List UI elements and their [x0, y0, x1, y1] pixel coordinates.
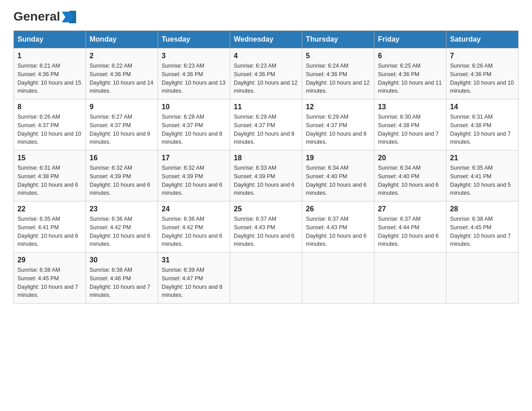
day-number: 25 — [234, 205, 298, 213]
calendar-day-cell: 24 Sunrise: 6:36 AMSunset: 4:42 PMDaylig… — [158, 201, 230, 253]
day-of-week-header: Tuesday — [158, 31, 230, 48]
day-of-week-header: Thursday — [302, 31, 374, 48]
day-number: 23 — [90, 205, 154, 213]
day-number: 6 — [378, 52, 442, 60]
day-info: Sunrise: 6:23 AMSunset: 4:36 PMDaylight:… — [162, 63, 225, 94]
day-number: 18 — [234, 154, 298, 162]
day-info: Sunrise: 6:23 AMSunset: 4:36 PMDaylight:… — [234, 63, 297, 94]
calendar-week-row: 15 Sunrise: 6:31 AMSunset: 4:38 PMDaylig… — [14, 150, 519, 201]
day-of-week-header: Wednesday — [230, 31, 302, 48]
day-number: 31 — [162, 256, 226, 264]
day-number: 19 — [306, 154, 370, 162]
calendar-week-row: 1 Sunrise: 6:21 AMSunset: 4:36 PMDayligh… — [14, 48, 519, 99]
calendar-day-cell: 22 Sunrise: 6:35 AMSunset: 4:41 PMDaylig… — [14, 201, 86, 253]
day-info: Sunrise: 6:30 AMSunset: 4:38 PMDaylight:… — [378, 114, 439, 145]
calendar-week-row: 29 Sunrise: 6:38 AMSunset: 4:45 PMDaylig… — [14, 253, 519, 304]
day-number: 7 — [450, 52, 515, 60]
calendar-day-cell: 20 Sunrise: 6:34 AMSunset: 4:40 PMDaylig… — [374, 150, 446, 201]
calendar-day-cell — [374, 253, 446, 304]
day-info: Sunrise: 6:29 AMSunset: 4:37 PMDaylight:… — [306, 114, 367, 145]
logo-general-text: General — [13, 9, 60, 24]
day-info: Sunrise: 6:31 AMSunset: 4:38 PMDaylight:… — [450, 114, 511, 145]
calendar-day-cell: 1 Sunrise: 6:21 AMSunset: 4:36 PMDayligh… — [14, 48, 86, 99]
day-info: Sunrise: 6:25 AMSunset: 4:36 PMDaylight:… — [378, 63, 442, 94]
day-info: Sunrise: 6:22 AMSunset: 4:36 PMDaylight:… — [90, 63, 153, 94]
calendar-day-cell: 28 Sunrise: 6:38 AMSunset: 4:45 PMDaylig… — [446, 201, 519, 253]
day-number: 1 — [17, 52, 82, 60]
calendar-day-cell: 8 Sunrise: 6:26 AMSunset: 4:37 PMDayligh… — [14, 99, 86, 150]
day-info: Sunrise: 6:26 AMSunset: 4:37 PMDaylight:… — [17, 114, 81, 145]
calendar-day-cell: 2 Sunrise: 6:22 AMSunset: 4:36 PMDayligh… — [86, 48, 158, 99]
day-number: 4 — [234, 52, 298, 60]
day-info: Sunrise: 6:37 AMSunset: 4:44 PMDaylight:… — [378, 216, 439, 247]
day-number: 11 — [234, 103, 298, 111]
day-info: Sunrise: 6:28 AMSunset: 4:37 PMDaylight:… — [162, 114, 223, 145]
day-number: 5 — [306, 52, 370, 60]
calendar-header-row: SundayMondayTuesdayWednesdayThursdayFrid… — [14, 31, 519, 48]
day-number: 29 — [17, 256, 82, 264]
calendar-day-cell: 21 Sunrise: 6:35 AMSunset: 4:41 PMDaylig… — [446, 150, 519, 201]
day-info: Sunrise: 6:32 AMSunset: 4:39 PMDaylight:… — [162, 165, 223, 196]
day-info: Sunrise: 6:27 AMSunset: 4:37 PMDaylight:… — [90, 114, 150, 145]
calendar-day-cell — [302, 253, 374, 304]
day-number: 24 — [162, 205, 226, 213]
calendar-day-cell: 6 Sunrise: 6:25 AMSunset: 4:36 PMDayligh… — [374, 48, 446, 99]
calendar-day-cell: 31 Sunrise: 6:39 AMSunset: 4:47 PMDaylig… — [158, 253, 230, 304]
day-number: 12 — [306, 103, 370, 111]
day-number: 15 — [17, 154, 82, 162]
calendar-day-cell: 15 Sunrise: 6:31 AMSunset: 4:38 PMDaylig… — [14, 150, 86, 201]
calendar-day-cell: 3 Sunrise: 6:23 AMSunset: 4:36 PMDayligh… — [158, 48, 230, 99]
day-number: 17 — [162, 154, 226, 162]
day-of-week-header: Friday — [374, 31, 446, 48]
calendar-day-cell: 7 Sunrise: 6:26 AMSunset: 4:36 PMDayligh… — [446, 48, 519, 99]
calendar-day-cell: 26 Sunrise: 6:37 AMSunset: 4:43 PMDaylig… — [302, 201, 374, 253]
day-info: Sunrise: 6:38 AMSunset: 4:45 PMDaylight:… — [450, 216, 511, 247]
calendar-day-cell: 5 Sunrise: 6:24 AMSunset: 4:36 PMDayligh… — [302, 48, 374, 99]
day-number: 10 — [162, 103, 226, 111]
logo-arrow-icon — [61, 10, 77, 24]
day-info: Sunrise: 6:32 AMSunset: 4:39 PMDaylight:… — [90, 165, 150, 196]
day-number: 27 — [378, 205, 442, 213]
day-number: 22 — [17, 205, 82, 213]
day-info: Sunrise: 6:36 AMSunset: 4:42 PMDaylight:… — [162, 216, 223, 247]
day-number: 30 — [90, 256, 154, 264]
day-number: 21 — [450, 154, 515, 162]
day-info: Sunrise: 6:37 AMSunset: 4:43 PMDaylight:… — [234, 216, 295, 247]
calendar-day-cell: 19 Sunrise: 6:34 AMSunset: 4:40 PMDaylig… — [302, 150, 374, 201]
day-info: Sunrise: 6:35 AMSunset: 4:41 PMDaylight:… — [17, 216, 78, 247]
day-info: Sunrise: 6:39 AMSunset: 4:47 PMDaylight:… — [162, 267, 223, 298]
calendar-day-cell: 30 Sunrise: 6:38 AMSunset: 4:46 PMDaylig… — [86, 253, 158, 304]
day-info: Sunrise: 6:33 AMSunset: 4:39 PMDaylight:… — [234, 165, 295, 196]
day-number: 9 — [90, 103, 154, 111]
calendar-day-cell: 9 Sunrise: 6:27 AMSunset: 4:37 PMDayligh… — [86, 99, 158, 150]
day-of-week-header: Sunday — [14, 31, 86, 48]
calendar-week-row: 8 Sunrise: 6:26 AMSunset: 4:37 PMDayligh… — [14, 99, 519, 150]
day-info: Sunrise: 6:38 AMSunset: 4:46 PMDaylight:… — [90, 267, 150, 298]
calendar-day-cell: 27 Sunrise: 6:37 AMSunset: 4:44 PMDaylig… — [374, 201, 446, 253]
day-number: 16 — [90, 154, 154, 162]
calendar-day-cell: 16 Sunrise: 6:32 AMSunset: 4:39 PMDaylig… — [86, 150, 158, 201]
calendar-day-cell: 17 Sunrise: 6:32 AMSunset: 4:39 PMDaylig… — [158, 150, 230, 201]
calendar-day-cell: 11 Sunrise: 6:29 AMSunset: 4:37 PMDaylig… — [230, 99, 302, 150]
calendar-day-cell: 25 Sunrise: 6:37 AMSunset: 4:43 PMDaylig… — [230, 201, 302, 253]
day-info: Sunrise: 6:38 AMSunset: 4:45 PMDaylight:… — [17, 267, 78, 298]
day-number: 13 — [378, 103, 442, 111]
day-info: Sunrise: 6:31 AMSunset: 4:38 PMDaylight:… — [17, 165, 78, 196]
day-number: 28 — [450, 205, 515, 213]
day-info: Sunrise: 6:34 AMSunset: 4:40 PMDaylight:… — [306, 165, 367, 196]
calendar-day-cell — [446, 253, 519, 304]
calendar-week-row: 22 Sunrise: 6:35 AMSunset: 4:41 PMDaylig… — [14, 201, 519, 253]
calendar-day-cell: 29 Sunrise: 6:38 AMSunset: 4:45 PMDaylig… — [14, 253, 86, 304]
day-info: Sunrise: 6:21 AMSunset: 4:36 PMDaylight:… — [17, 63, 81, 94]
calendar-day-cell: 14 Sunrise: 6:31 AMSunset: 4:38 PMDaylig… — [446, 99, 519, 150]
page-header: General — [13, 9, 519, 21]
logo: General — [13, 9, 77, 21]
day-info: Sunrise: 6:36 AMSunset: 4:42 PMDaylight:… — [90, 216, 150, 247]
day-number: 20 — [378, 154, 442, 162]
day-number: 8 — [17, 103, 82, 111]
calendar-day-cell: 10 Sunrise: 6:28 AMSunset: 4:37 PMDaylig… — [158, 99, 230, 150]
day-info: Sunrise: 6:29 AMSunset: 4:37 PMDaylight:… — [234, 114, 295, 145]
day-number: 2 — [90, 52, 154, 60]
calendar-day-cell: 13 Sunrise: 6:30 AMSunset: 4:38 PMDaylig… — [374, 99, 446, 150]
calendar-day-cell: 4 Sunrise: 6:23 AMSunset: 4:36 PMDayligh… — [230, 48, 302, 99]
